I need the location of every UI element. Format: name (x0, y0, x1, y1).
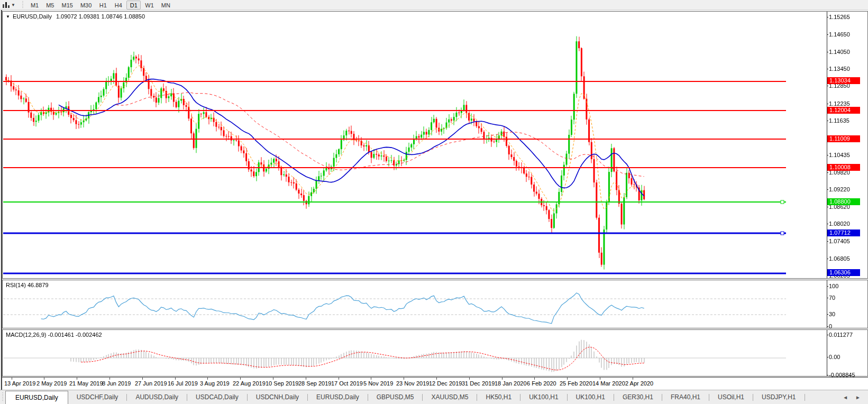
tab-nav: ◄ ► (835, 390, 868, 404)
date-label: 3 Aug 2019 (200, 380, 230, 387)
toolbar: ▼ M1M5M15M30H1H4D1W1MN (0, 0, 868, 10)
date-label: 10 Sep 2019 (266, 380, 298, 387)
timeframe-button-h4[interactable]: H4 (111, 1, 125, 10)
price-tick: 1.13450 (829, 66, 850, 72)
chart-tab-13[interactable]: USOil,H1 (709, 390, 753, 404)
timeframe-button-m1[interactable]: M1 (28, 1, 42, 10)
price-tick: 1.12235 (829, 100, 850, 107)
date-tick-mark (306, 378, 306, 380)
macd-panel: MACD(12,26,9) -0.001461 -0.002462 0.0112… (2, 329, 868, 377)
level-price-badge: 1.12004 (827, 107, 860, 114)
chart-tab-6[interactable]: GBPUSD,M5 (368, 390, 423, 404)
chart-tab-3[interactable]: USDCAD,Daily (187, 390, 247, 404)
chevron-down-icon: ▼ (11, 3, 15, 7)
level-price-badge: 1.08800 (827, 198, 860, 205)
timeframe-button-d1[interactable]: D1 (126, 1, 141, 10)
date-tick-mark (469, 378, 470, 380)
level-price-badge: 1.13034 (827, 77, 860, 84)
price-tick: 1.15265 (829, 14, 850, 20)
chart-tab-14[interactable]: USDJPY,H1 (753, 390, 804, 404)
date-label: 16 Jul 2019 (168, 380, 198, 387)
rsi-axis[interactable]: 10070300 (827, 280, 867, 328)
date-label: 21 May 2019 (69, 380, 103, 387)
date-label: 23 Nov 2019 (396, 380, 429, 387)
chart-tab-2[interactable]: AUDUSD,Daily (127, 390, 187, 404)
chart-tab-4[interactable]: USDCNH,Daily (248, 390, 307, 404)
date-tick-mark (534, 378, 535, 380)
rsi-canvas[interactable] (3, 281, 827, 328)
date-label: 5 Nov 2019 (363, 380, 393, 387)
date-label: 31 Dec 2019 (462, 380, 495, 387)
date-tick-mark (240, 378, 241, 380)
level-price-badge: 1.06306 (827, 269, 860, 276)
chart-tab-12[interactable]: FRA40,H1 (662, 390, 709, 404)
tab-scroll-right-icon[interactable]: ► (855, 394, 861, 400)
chart-tab-0[interactable]: EURUSD,Daily (5, 391, 68, 404)
chart-type-dropdown[interactable]: ▼ (0, 1, 18, 10)
timeframe-button-m30[interactable]: M30 (77, 1, 95, 10)
toolbar-grip[interactable] (21, 1, 25, 9)
rsi-label: RSI(14) 46.8879 (6, 282, 49, 288)
rsi-tick: 0 (829, 323, 832, 329)
level-price-badge: 1.07712 (827, 229, 860, 236)
date-label: 2 May 2019 (36, 380, 67, 387)
price-tick: 1.08020 (829, 221, 850, 227)
date-tick-mark (600, 378, 600, 380)
date-label: 2 Apr 2020 (625, 380, 653, 387)
tabbar-grip (1, 392, 4, 402)
chart-tab-10[interactable]: UK100,H1 (568, 390, 614, 404)
price-tick: 1.10435 (829, 152, 850, 158)
tab-separator (805, 394, 805, 401)
macd-label: MACD(12,26,9) -0.001461 -0.002462 (6, 332, 102, 338)
main-chart-panel: ▼EURUSD,Daily1.09072 1.09381 1.08746 1.0… (2, 11, 868, 279)
timeframe-button-mn[interactable]: MN (158, 1, 173, 10)
chart-title: ▼EURUSD,Daily1.09072 1.09381 1.08746 1.0… (6, 13, 145, 20)
date-tick-mark (12, 378, 12, 380)
price-tick: 1.06805 (829, 255, 850, 262)
chart-tab-7[interactable]: XAUUSD,M5 (423, 390, 477, 404)
chart-tab-bar: EURUSD,DailyUSDCHF,DailyAUDUSD,DailyUSDC… (0, 390, 868, 404)
tab-scroll-left-icon[interactable]: ◄ (843, 394, 848, 400)
rsi-tick: 100 (829, 283, 838, 289)
title-dropdown-icon[interactable]: ▼ (6, 14, 10, 19)
date-label: 6 Feb 2020 (527, 380, 556, 387)
main-chart-canvas[interactable] (3, 12, 827, 279)
date-tick-mark (207, 378, 208, 380)
level-price-badge: 1.11009 (827, 135, 860, 142)
date-tick-mark (436, 378, 437, 380)
chart-symbol-label: EURUSD,Daily (13, 13, 52, 20)
date-label: 14 Mar 2020 (592, 380, 625, 387)
chart-tab-5[interactable]: EURUSD,Daily (308, 390, 368, 404)
timeframe-button-h1[interactable]: H1 (96, 1, 110, 10)
price-tick: 1.11635 (829, 117, 849, 124)
date-tick-mark (44, 378, 44, 380)
rsi-tick: 70 (829, 295, 835, 301)
timeframe-button-w1[interactable]: W1 (142, 1, 157, 10)
bar-chart-icon (3, 2, 10, 8)
price-tick: 1.09220 (829, 186, 850, 192)
macd-tick: 0.011277 (829, 332, 853, 338)
date-tick-mark (371, 378, 371, 380)
date-tick-mark (339, 378, 339, 380)
date-tick-mark (175, 378, 176, 380)
macd-axis[interactable]: 0.0112770.00-0.008845 (827, 330, 867, 376)
chart-tab-9[interactable]: UK100,H1 (520, 390, 567, 404)
date-tick-mark (404, 378, 404, 380)
chart-tab-11[interactable]: GER30,H1 (614, 390, 662, 404)
date-axis[interactable]: 13 Apr 20192 May 201921 May 20198 Jun 20… (2, 377, 868, 390)
chart-tab-1[interactable]: USDCHF,Daily (68, 390, 127, 404)
date-label: 17 Oct 2019 (331, 380, 363, 387)
timeframe-button-m5[interactable]: M5 (43, 1, 57, 10)
timeframe-button-m15[interactable]: M15 (58, 1, 76, 10)
macd-tick: 0.00 (829, 354, 840, 360)
price-tick: 1.14050 (829, 49, 850, 55)
date-label: 12 Dec 2019 (429, 380, 462, 387)
macd-canvas[interactable] (3, 330, 827, 377)
date-label: 8 Jun 2019 (102, 380, 131, 387)
date-tick-mark (502, 378, 502, 380)
timeframe-buttons: M1M5M15M30H1H4D1W1MN (27, 1, 174, 10)
date-tick-mark (633, 378, 633, 380)
chart-tabs: EURUSD,DailyUSDCHF,DailyAUDUSD,DailyUSDC… (5, 390, 805, 404)
chart-tab-8[interactable]: HK50,H1 (477, 390, 520, 404)
price-axis[interactable]: 1.152651.146501.140501.134501.128501.122… (827, 12, 867, 278)
